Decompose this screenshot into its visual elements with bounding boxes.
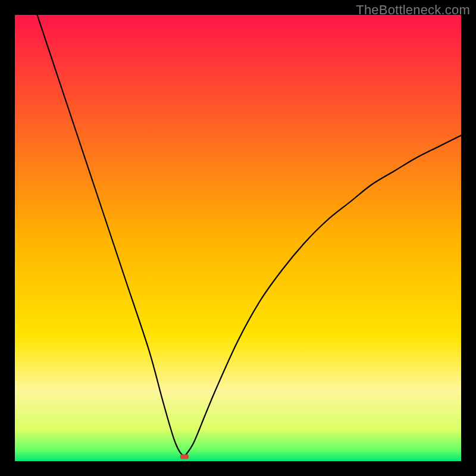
chart-svg — [15, 15, 461, 461]
chart-frame: TheBottleneck.com — [0, 0, 476, 476]
plot-area — [15, 15, 461, 461]
minimum-marker — [180, 455, 189, 459]
gradient-background — [15, 15, 461, 461]
